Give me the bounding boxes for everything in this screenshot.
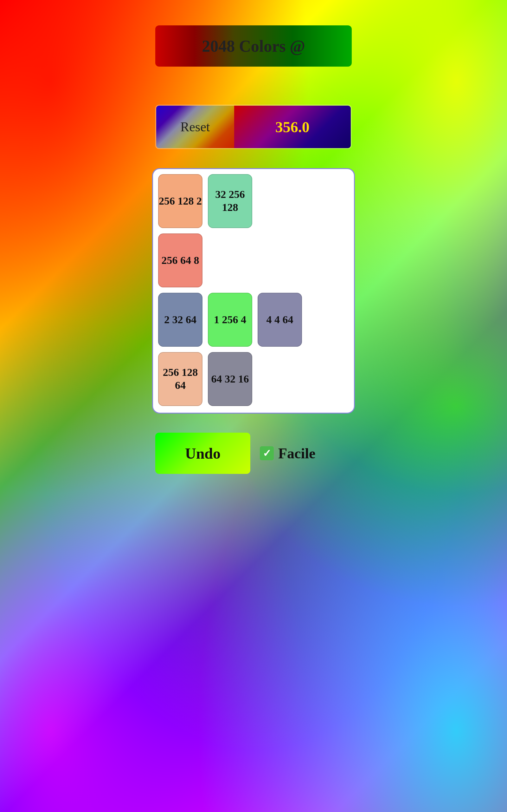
controls-row: Reset 356.0 (155, 105, 352, 149)
tile-r3c2 (258, 352, 302, 406)
tile-r1c2 (258, 234, 302, 287)
tile-r1c1 (208, 234, 252, 287)
tile-r0c1[interactable]: 32 256128 (208, 174, 252, 228)
tile-r3c1[interactable]: 64 32 16 (208, 352, 252, 406)
tile-r0c0[interactable]: 256 128 2 (158, 174, 203, 228)
tile-r0c3 (307, 174, 352, 228)
reset-button[interactable]: Reset (156, 106, 234, 148)
tile-r2c3 (307, 293, 352, 347)
tile-r2c1[interactable]: 1 256 4 (208, 293, 252, 347)
tile-r3c3 (307, 352, 352, 406)
facile-checkbox[interactable]: ✓ (260, 446, 274, 460)
game-title: 2048 Colors @ (202, 37, 305, 55)
game-board: 256 128 2 32 256128 256 64 8 2 32 64 1 2… (152, 168, 355, 414)
title-bar: 2048 Colors @ (155, 26, 352, 67)
facile-option[interactable]: ✓ Facile (260, 445, 316, 462)
tile-r2c0[interactable]: 2 32 64 (158, 293, 203, 347)
main-content: 2048 Colors @ Reset 356.0 256 128 2 32 2… (0, 0, 507, 493)
facile-label-text: Facile (278, 445, 316, 462)
tile-r0c2 (258, 174, 302, 228)
bottom-controls: Undo ✓ Facile (155, 433, 352, 474)
tile-r3c0[interactable]: 256 12864 (158, 352, 203, 406)
tile-r1c0[interactable]: 256 64 8 (158, 234, 203, 287)
tile-r2c2[interactable]: 4 4 64 (258, 293, 302, 347)
tile-r1c3 (307, 234, 352, 287)
undo-button[interactable]: Undo (155, 433, 250, 474)
score-display: 356.0 (234, 106, 351, 148)
